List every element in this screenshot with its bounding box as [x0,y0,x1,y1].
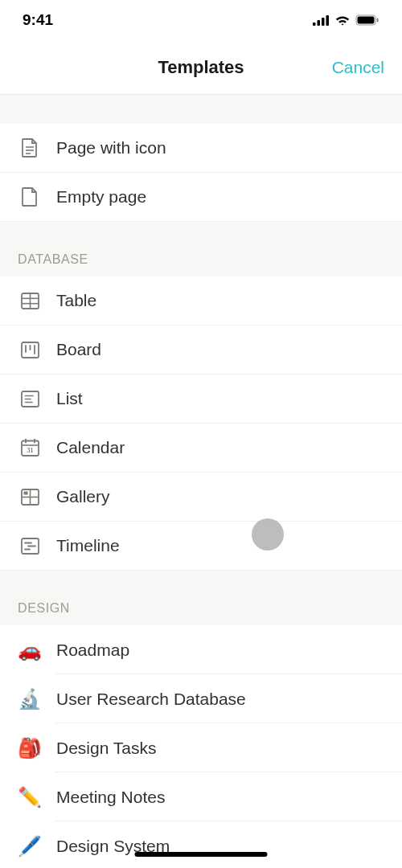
template-label: Page with icon [56,138,166,158]
page-icon [18,136,42,160]
template-label: Calendar [56,438,125,457]
template-label: User Research Database [56,690,246,709]
battery-icon [355,14,379,26]
pencil-icon: ✏️ [18,785,42,809]
template-empty-page[interactable]: Empty page [0,173,402,222]
pen-icon: 🖊️ [18,834,42,858]
template-label: Design Tasks [56,739,157,758]
car-icon: 🚗 [18,638,42,662]
svg-rect-0 [313,23,316,26]
design-group: 🚗 Roadmap 🔬 User Research Database 🎒 Des… [0,625,402,868]
timeline-icon [18,534,42,558]
section-spacer [0,95,402,124]
table-icon [18,289,42,313]
template-label: Timeline [56,536,120,555]
template-user-research-database[interactable]: 🔬 User Research Database [0,674,402,723]
status-bar: 9:41 [0,0,402,40]
page-title: Templates [158,57,244,78]
cellular-icon [313,14,330,26]
template-label: Meeting Notes [56,788,165,807]
svg-text:31: 31 [27,447,33,454]
calendar-icon: 31 [18,436,42,460]
template-roadmap[interactable]: 🚗 Roadmap [0,625,402,674]
template-timeline[interactable]: Timeline [0,522,402,571]
templates-list[interactable]: Page with icon Empty page DATABASE Table… [0,95,402,868]
cancel-button[interactable]: Cancel [332,58,384,77]
nav-bar: Templates Cancel [0,40,402,95]
svg-rect-30 [23,491,27,494]
template-label: Empty page [56,187,146,207]
database-group: Table Board List 31 Calendar Gallery [0,276,402,571]
section-header-database: DATABASE [0,222,402,276]
gallery-icon [18,485,42,509]
wifi-icon [334,14,351,26]
template-label: Roadmap [56,641,129,660]
svg-rect-6 [377,18,379,23]
template-table[interactable]: Table [0,276,402,326]
microscope-icon: 🔬 [18,687,42,711]
template-page-with-icon[interactable]: Page with icon [0,124,402,173]
section-header-design: DESIGN [0,571,402,625]
status-icons [313,14,379,26]
template-label: List [56,389,83,408]
status-time: 9:41 [23,11,53,29]
template-board[interactable]: Board [0,326,402,375]
template-label: Gallery [56,487,110,506]
board-icon [18,338,42,362]
basics-group: Page with icon Empty page [0,124,402,222]
template-meeting-notes[interactable]: ✏️ Meeting Notes [0,772,402,821]
template-design-tasks[interactable]: 🎒 Design Tasks [0,723,402,772]
template-gallery[interactable]: Gallery [0,473,402,522]
svg-rect-5 [358,17,375,24]
list-icon [18,387,42,411]
template-calendar[interactable]: 31 Calendar [0,424,402,473]
svg-rect-3 [326,15,330,26]
template-label: Table [56,291,96,310]
template-design-system[interactable]: 🖊️ Design System [0,821,402,868]
template-label: Board [56,340,101,359]
backpack-icon: 🎒 [18,736,42,760]
svg-rect-2 [322,18,325,26]
template-list[interactable]: List [0,375,402,424]
home-indicator[interactable] [135,852,268,857]
empty-page-icon [18,185,42,209]
svg-rect-1 [318,20,321,26]
